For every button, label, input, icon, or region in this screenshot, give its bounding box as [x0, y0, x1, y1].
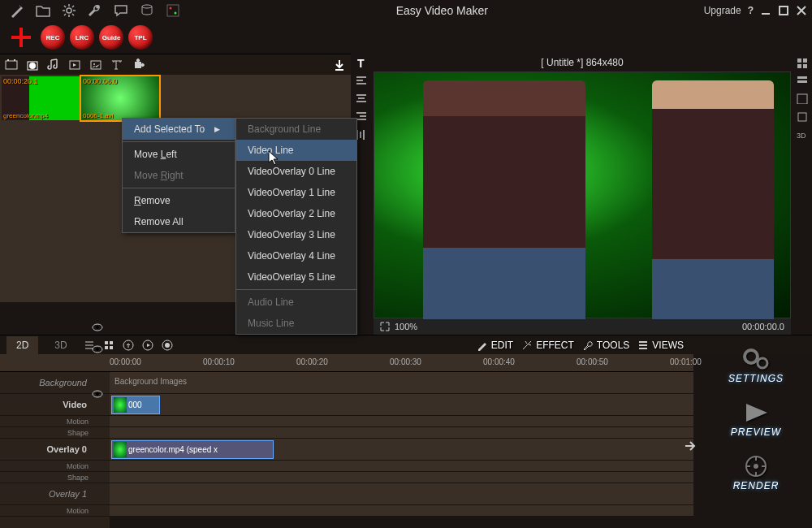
preview-right-tools: 3D [793, 54, 812, 335]
svg-rect-25 [105, 341, 108, 344]
layers-icon[interactable] [796, 75, 809, 86]
submenu-videooverlay-5[interactable]: VideoOverlay 5 Line [236, 266, 356, 288]
add-button[interactable] [6, 23, 36, 52]
clip-duration: 00:00:06.0 [83, 77, 118, 85]
tab-2d[interactable]: 2D [6, 336, 38, 354]
lrc-button[interactable]: LRC [70, 25, 94, 50]
menu-move-left[interactable]: Move Left [123, 144, 235, 165]
menu-remove[interactable]: Remove [123, 190, 235, 211]
grid2-icon[interactable] [103, 340, 114, 351]
grid-icon[interactable] [796, 57, 809, 68]
tick: 00:00:30 [390, 357, 421, 366]
music-icon[interactable] [47, 58, 60, 71]
preview-video[interactable] [374, 71, 791, 318]
svg-point-10 [29, 63, 36, 69]
timeline-clip[interactable]: greencolor.mp4 (speed x [111, 440, 274, 459]
play-icon[interactable] [142, 340, 153, 351]
cube-icon[interactable] [796, 93, 809, 104]
media-tabs [0, 54, 351, 75]
submenu-video-line[interactable]: Video Line [236, 140, 356, 161]
track-lane-background[interactable]: Background Images [110, 372, 693, 394]
time-ruler[interactable]: 00:00:00 00:00:10 00:00:20 00:00:30 00:0… [110, 354, 693, 372]
svg-point-14 [93, 63, 95, 65]
submenu-videooverlay-2[interactable]: VideoOverlay 2 Line [236, 203, 356, 224]
settings-button[interactable]: SETTINGS [707, 341, 805, 388]
up-icon[interactable] [123, 340, 134, 351]
text-tool-icon[interactable]: T [355, 57, 368, 68]
tpl-button[interactable]: TPL [128, 25, 153, 50]
clip-name: greencolor.mp4 [3, 112, 48, 119]
fullscreen-icon[interactable] [380, 322, 390, 331]
camera-icon[interactable] [26, 58, 39, 71]
track-lane-motion[interactable] [110, 416, 693, 427]
speech-icon[interactable] [114, 3, 128, 18]
svg-point-32 [165, 343, 170, 348]
svg-point-39 [745, 350, 758, 363]
puzzle-icon[interactable] [132, 58, 145, 71]
download-icon[interactable] [333, 58, 346, 71]
track-lane-overlay1[interactable] [110, 483, 693, 505]
preview-figure [652, 80, 774, 319]
lane-label: Background Images [114, 377, 187, 386]
database-icon[interactable] [140, 3, 154, 18]
effect-menu[interactable]: EFFECT [521, 340, 574, 351]
image-icon[interactable] [89, 58, 102, 71]
timeline-clip[interactable]: 000 [111, 396, 160, 414]
svg-point-34 [96, 326, 99, 329]
gear-icon[interactable] [62, 3, 76, 18]
svg-rect-9 [14, 59, 15, 61]
align-left-icon[interactable] [355, 75, 368, 86]
help-button[interactable]: ? [748, 5, 754, 16]
folder-icon[interactable] [36, 3, 50, 18]
track-lane-video[interactable]: 000 [110, 394, 693, 416]
wrench-icon[interactable] [88, 3, 102, 18]
minimize-button[interactable] [760, 5, 771, 16]
rec-button[interactable]: REC [41, 25, 65, 50]
submenu-videooverlay-1[interactable]: VideoOverlay 1 Line [236, 182, 356, 203]
titlebar-icons [5, 3, 180, 18]
go-arrow-icon[interactable] [682, 437, 700, 455]
tick: 00:01:00 [670, 357, 702, 366]
clip-icon[interactable] [68, 58, 81, 71]
render-button[interactable]: RENDER [707, 448, 805, 496]
tools-menu[interactable]: TOOLS [582, 340, 629, 351]
media-clip[interactable]: 00:00:20.1 greencolor.mp4 [2, 76, 80, 120]
svg-rect-21 [797, 80, 807, 83]
record-icon[interactable] [162, 340, 173, 351]
submenu-videooverlay-0[interactable]: VideoOverlay 0 Line [236, 161, 356, 182]
svg-rect-7 [6, 61, 17, 69]
menu-remove-all[interactable]: Remove All [123, 211, 235, 232]
svg-point-3 [170, 7, 172, 10]
track-lane-overlay0[interactable]: greencolor.mp4 (speed x [110, 439, 693, 461]
track-lane-motion[interactable] [110, 461, 693, 472]
box-icon[interactable] [796, 110, 809, 122]
wand-icon[interactable] [10, 3, 24, 18]
track-lane-shape[interactable] [110, 427, 693, 439]
close-button[interactable] [796, 5, 807, 16]
3d-icon[interactable]: 3D [796, 128, 809, 140]
text-icon[interactable] [110, 58, 123, 71]
submenu-videooverlay-3[interactable]: VideoOverlay 3 Line [236, 224, 356, 245]
align-center-icon[interactable] [355, 93, 368, 104]
video-tab-icon[interactable] [5, 58, 18, 71]
media-clip[interactable]: 00:00:06.0 0006-1.avi [81, 76, 159, 120]
track-lane-shape[interactable] [110, 472, 693, 483]
app-icon[interactable] [166, 3, 180, 18]
guide-button[interactable]: Guide [99, 25, 123, 50]
context-submenu: Background Line Video Line VideoOverlay … [235, 118, 357, 335]
preview-timecode: 00:00:00.0 [742, 322, 784, 331]
track-header-overlay1[interactable]: Overlay 1 [0, 483, 110, 505]
tab-3d[interactable]: 3D [46, 336, 75, 354]
upgrade-link[interactable]: Upgrade [704, 5, 741, 16]
submenu-videooverlay-4[interactable]: VideoOverlay 4 Line [236, 245, 356, 266]
track-lane-motion[interactable] [110, 505, 693, 517]
edit-menu[interactable]: EDIT [477, 340, 513, 351]
main-toolbar: REC LRC Guide TPL [0, 21, 812, 54]
views-menu[interactable]: VIEWS [637, 340, 684, 351]
menu-add-selected-to[interactable]: Add Selected To▶ [123, 119, 235, 140]
svg-rect-8 [7, 59, 9, 61]
svg-rect-2 [167, 5, 179, 16]
maximize-button[interactable] [778, 5, 789, 16]
titlebar: Easy Video Maker Upgrade ? [0, 0, 812, 21]
preview-button[interactable]: PREVIEW [707, 395, 805, 442]
